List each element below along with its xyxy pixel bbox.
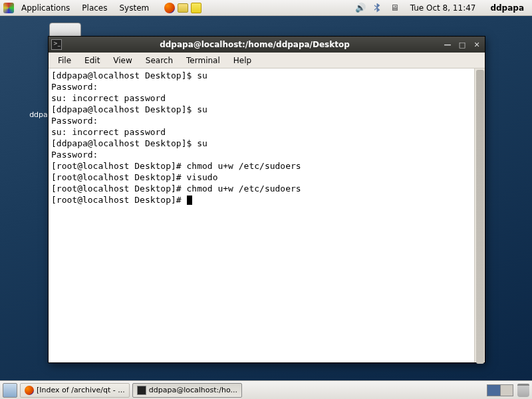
taskbar-item-terminal[interactable]: ddpapa@localhost:/ho... — [132, 383, 242, 398]
menu-terminal[interactable]: Terminal — [180, 55, 227, 66]
clock[interactable]: Tue Oct 8, 11:47 — [406, 3, 480, 13]
taskbar-label: ddpapa@localhost:/ho... — [149, 386, 237, 394]
distro-launcher-icon[interactable] — [3, 2, 15, 14]
scrollbar[interactable] — [474, 68, 485, 362]
terminal-icon — [137, 386, 146, 395]
minimize-button[interactable]: — — [442, 39, 453, 50]
maximize-button[interactable]: □ — [457, 39, 467, 50]
user-menu[interactable]: ddpapa — [485, 3, 529, 13]
system-menu[interactable]: System — [114, 2, 154, 14]
show-desktop-button[interactable] — [3, 383, 17, 398]
volume-icon[interactable] — [354, 2, 366, 14]
window-title: ddpapa@localhost:/home/ddpapa/Desktop — [67, 40, 442, 49]
terminal-output[interactable]: [ddpapa@localhost Desktop]$ su Password:… — [49, 68, 474, 362]
menu-search[interactable]: Search — [139, 55, 180, 66]
places-menu[interactable]: Places — [76, 2, 112, 14]
menubar: File Edit View Search Terminal Help — [49, 53, 485, 68]
menu-view[interactable]: View — [106, 55, 138, 66]
notes-launcher-icon[interactable] — [190, 2, 202, 14]
trash-icon[interactable] — [517, 384, 529, 397]
terminal-body: [ddpapa@localhost Desktop]$ su Password:… — [49, 68, 485, 362]
taskbar-item-firefox[interactable]: [Index of /archive/qt - ... — [20, 383, 130, 398]
firefox-icon — [25, 386, 34, 395]
workspace-1[interactable] — [487, 385, 501, 396]
network-icon[interactable] — [389, 2, 401, 14]
terminal-icon — [51, 39, 62, 50]
menu-edit[interactable]: Edit — [78, 55, 106, 66]
terminal-window: ddpapa@localhost:/home/ddpapa/Desktop — … — [48, 36, 485, 363]
mail-launcher-icon[interactable] — [177, 2, 189, 14]
bluetooth-icon[interactable] — [372, 2, 384, 14]
menu-file[interactable]: File — [51, 55, 78, 66]
menu-help[interactable]: Help — [227, 55, 258, 66]
applications-menu[interactable]: Applications — [16, 2, 75, 14]
taskbar-label: [Index of /archive/qt - ... — [37, 386, 125, 394]
top-panel: Applications Places System Tue Oct 8, 11… — [0, 0, 532, 16]
titlebar[interactable]: ddpapa@localhost:/home/ddpapa/Desktop — … — [49, 37, 485, 53]
workspace-switcher[interactable] — [487, 384, 513, 396]
bottom-panel: [Index of /archive/qt - ... ddpapa@local… — [0, 380, 532, 399]
close-button[interactable]: ✕ — [471, 39, 482, 50]
workspace-2[interactable] — [501, 385, 513, 396]
firefox-launcher-icon[interactable] — [164, 2, 176, 14]
scroll-thumb[interactable] — [476, 70, 484, 364]
terminal-cursor — [187, 196, 192, 205]
